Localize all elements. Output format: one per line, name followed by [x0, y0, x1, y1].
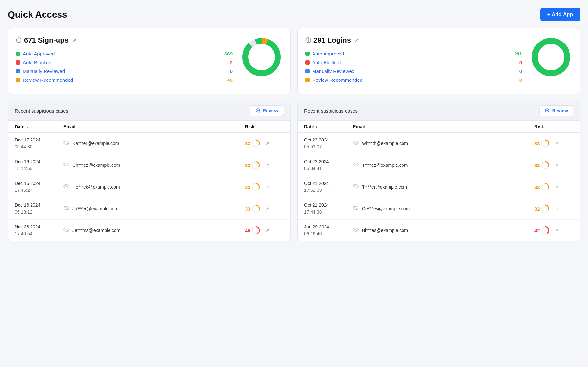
legend-label-review_recommended[interactable]: Review Recommended — [312, 77, 363, 83]
cell-email: Tr***ez@example.com — [353, 162, 534, 168]
legend-row-auto_approved: Auto Approved 669 — [16, 51, 233, 56]
cell-risk: 33 ↗ — [245, 182, 284, 191]
logins-table-header: Date ↓ Email Risk — [298, 121, 580, 133]
legend-label-auto_blocked[interactable]: Auto Blocked — [312, 60, 341, 65]
external-link-icon[interactable]: ↗ — [555, 163, 559, 168]
external-link-icon[interactable]: ↗ — [265, 206, 269, 211]
risk-arc — [541, 182, 550, 191]
cell-email: Ka***er@example.com — [63, 141, 245, 146]
cell-risk: 32 ↗ — [534, 182, 573, 191]
risk-arc — [251, 139, 260, 148]
hidden-eye-icon — [353, 162, 359, 168]
hidden-eye-icon — [63, 206, 69, 212]
external-link-icon[interactable]: ↗ — [265, 163, 269, 168]
cell-date: Nov 28 2024 17:40:54 — [15, 224, 63, 237]
legend-row-review_recommended: Review Recommended 40 — [16, 77, 233, 83]
logins-table-body: Oct 23 2024 05:53:07 Wi***th@example.com… — [298, 133, 580, 241]
table-row: Dec 16 2024 06:18:12 Ja***er@example.com… — [8, 198, 290, 220]
legend-label-auto_blocked[interactable]: Auto Blocked — [23, 60, 51, 65]
cell-date: Jun 29 2024 06:16:46 — [304, 224, 353, 237]
legend-value-auto_approved: 669 — [221, 51, 233, 56]
cell-risk: 32 ↗ — [534, 161, 573, 170]
svg-point-7 — [257, 110, 258, 111]
cell-email: Tr***er@example.com — [353, 184, 534, 190]
hidden-eye-icon — [63, 141, 69, 146]
info-icon[interactable]: ⓘ — [305, 37, 311, 44]
logins-card-title: ⓘ 291 Logins ↗ — [305, 36, 522, 44]
legend-label-auto_approved[interactable]: Auto Approved — [23, 51, 55, 56]
col-date[interactable]: Date ↓ — [304, 124, 353, 129]
risk-arc — [541, 161, 550, 170]
col-email: Email — [63, 124, 245, 129]
col-date[interactable]: Date ↓ — [15, 124, 63, 129]
risk-score: 33 — [245, 204, 260, 213]
cell-email: Ni***es@example.com — [353, 227, 534, 233]
risk-arc — [251, 204, 260, 213]
external-link-icon[interactable]: ↗ — [355, 37, 359, 43]
external-link-icon[interactable]: ↗ — [555, 141, 559, 146]
legend-row-auto_approved: Auto Approved 291 — [305, 51, 522, 56]
external-link-icon[interactable]: ↗ — [555, 228, 559, 233]
external-link-icon[interactable]: ↗ — [555, 184, 559, 190]
hidden-eye-icon — [353, 141, 359, 146]
table-row: Oct 21 2024 17:44:38 Ge***es@example.com… — [298, 198, 580, 220]
table-row: Nov 28 2024 17:40:54 Je***ms@example.com… — [8, 220, 290, 241]
table-row: Dec 16 2024 17:45:27 He***ck@example.com… — [8, 176, 290, 198]
legend-row-manually_reviewed: Manually Reviewed 0 — [16, 68, 233, 74]
risk-score: 33 — [245, 182, 260, 191]
risk-arc — [251, 226, 260, 235]
external-link-icon[interactable]: ↗ — [72, 37, 77, 43]
logins-donut — [530, 36, 572, 78]
external-link-icon[interactable]: ↗ — [265, 141, 269, 146]
info-icon[interactable]: ⓘ — [16, 37, 21, 44]
review-icon — [255, 108, 261, 113]
table-row: Oct 21 2024 17:52:33 Tr***er@example.com… — [298, 176, 580, 198]
tables-row: Recent suspicious cases Review Date ↓ Em… — [8, 101, 580, 241]
risk-score: 32 — [534, 161, 550, 170]
cell-risk: 33 ↗ — [245, 139, 284, 148]
cell-risk: 32 ↗ — [534, 204, 573, 213]
legend-dot-auto_approved — [16, 52, 20, 56]
cell-email: Ch***ez@example.com — [63, 162, 245, 168]
risk-score: 33 — [534, 139, 550, 148]
legend-row-auto_blocked: Auto Blocked 0 — [305, 60, 522, 65]
legend-label-auto_approved[interactable]: Auto Approved — [312, 51, 344, 56]
cell-risk: 33 ↗ — [534, 139, 573, 148]
signups-card-title: ⓘ 671 Sign-ups ↗ — [16, 36, 233, 44]
signups-panel-header: Recent suspicious cases Review — [8, 101, 290, 121]
risk-arc — [541, 204, 550, 213]
legend-label-review_recommended[interactable]: Review Recommended — [23, 77, 73, 83]
cell-email: Ja***er@example.com — [63, 206, 245, 212]
table-row: Dec 16 2024 18:14:53 Ch***ez@example.com… — [8, 154, 290, 176]
risk-score: 33 — [245, 139, 260, 148]
risk-score: 33 — [245, 161, 260, 170]
add-app-button[interactable]: + Add App — [540, 8, 580, 21]
legend-label-manually_reviewed[interactable]: Manually Reviewed — [312, 68, 354, 74]
cell-email: Je***ms@example.com — [63, 227, 245, 233]
cell-risk: 33 ↗ — [245, 161, 284, 170]
hidden-eye-icon — [353, 184, 359, 190]
cell-date: Oct 21 2024 17:52:33 — [304, 180, 353, 194]
risk-score: 42 — [534, 226, 550, 235]
risk-arc — [251, 161, 260, 170]
cell-risk: 45 ↗ — [245, 226, 284, 235]
col-email: Email — [353, 124, 534, 129]
logins-review-button[interactable]: Review — [539, 105, 573, 116]
external-link-icon[interactable]: ↗ — [555, 206, 559, 211]
signups-review-button[interactable]: Review — [250, 105, 284, 116]
signups-table-title: Recent suspicious cases — [15, 108, 68, 114]
hidden-eye-icon — [63, 184, 69, 190]
cell-date: Dec 16 2024 06:18:12 — [15, 202, 63, 215]
logins-legend: Auto Approved 291 Auto Blocked 0 Manuall… — [305, 51, 522, 83]
external-link-icon[interactable]: ↗ — [265, 228, 269, 233]
cell-date: Dec 16 2024 17:45:27 — [15, 180, 63, 194]
table-row: Oct 23 2024 05:34:41 Tr***ez@example.com… — [298, 154, 580, 176]
page-title: Quick Access — [8, 9, 67, 20]
legend-value-review_recommended: 0 — [510, 77, 522, 83]
legend-value-auto_approved: 291 — [510, 51, 522, 56]
legend-value-manually_reviewed: 0 — [510, 68, 522, 74]
legend-label-manually_reviewed[interactable]: Manually Reviewed — [23, 68, 65, 74]
cell-date: Oct 21 2024 17:44:38 — [304, 202, 353, 215]
external-link-icon[interactable]: ↗ — [265, 184, 269, 190]
legend-dot-review_recommended — [305, 78, 310, 82]
